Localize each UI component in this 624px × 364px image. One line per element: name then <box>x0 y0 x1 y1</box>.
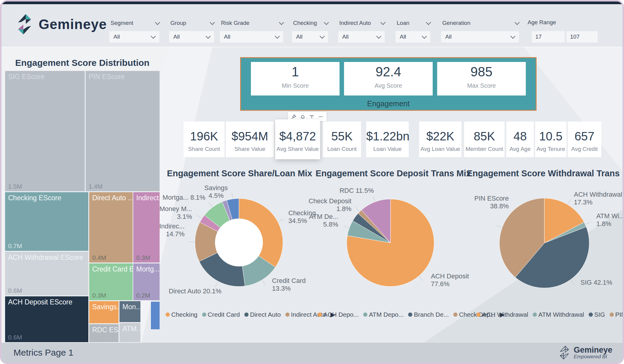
treemap-tile-atm[interactable]: ATM... <box>119 323 140 342</box>
treemap-tile-name: Savings... <box>92 303 119 311</box>
kpi-card-avg-share-value[interactable]: $4,872Avg Share Value <box>275 119 320 159</box>
kpi-label: Avg Credit <box>568 146 601 152</box>
filter-dropdown-indirect-auto[interactable]: All <box>338 31 385 43</box>
chevron-down-icon <box>155 20 160 25</box>
kpi-card-loan-value[interactable]: $1.22bnLoan Value <box>366 122 409 157</box>
label-leader-line <box>373 196 375 201</box>
treemap-tile-mortg[interactable]: Mortg...0.2M <box>133 263 160 300</box>
legend-bullet-icon <box>244 313 249 317</box>
filter-header-loan[interactable]: Loan <box>397 20 430 26</box>
legend-item-credit-card[interactable]: Credit Card <box>202 311 240 318</box>
filter-header-generation[interactable]: Generation <box>442 20 519 26</box>
legend-item-branch-de[interactable]: Branch De... <box>408 311 449 318</box>
chart-title-share-loan-mix: Engagement Score Share/Loan Mix <box>165 169 314 178</box>
kpi-card-member-count[interactable]: 85KMember Count <box>464 122 505 157</box>
legend-item-atm-depo[interactable]: ATM Depo... <box>363 311 404 318</box>
treemap-tile-indirect[interactable]: Indirect...0.3M <box>133 192 160 263</box>
filter-label: Segment <box>110 20 133 26</box>
legend-bullet-icon <box>285 313 290 317</box>
treemap-tile-sig-escore[interactable]: SIG EScore1.5M <box>5 71 85 191</box>
legend-bullet-icon <box>533 313 537 317</box>
kpi-value: 55K <box>323 130 361 143</box>
treemap-tile-value: 1.4M <box>89 183 103 190</box>
treemap-tile-mon[interactable]: Mon... <box>119 301 140 322</box>
label-leader-line <box>279 219 284 222</box>
legend-label: Checking <box>171 311 198 318</box>
filter-header-risk-grade[interactable]: Risk Grade <box>221 20 283 26</box>
kpi-card-avg-tenure[interactable]: 10.5Avg Tenure <box>535 122 567 157</box>
kpi-value: $954M <box>226 130 274 143</box>
treemap-tile-checking-escore[interactable]: Checking EScore0.7M <box>5 192 88 251</box>
score-card-avg-score[interactable]: 92.4Avg Score <box>344 62 433 95</box>
filter-dropdown-generation[interactable]: All <box>441 31 519 43</box>
legend-item-sig[interactable]: SIG <box>589 311 605 318</box>
pie-chart-deposit-trans-mix: ACH Deposit77.6%ATM De...5.8%Check Depos… <box>301 180 472 308</box>
gemineye-logo-icon <box>15 12 34 37</box>
footer-brand-name: Gemineye <box>574 346 612 354</box>
treemap-tile-value: 0.3M <box>136 254 150 261</box>
legend-item-atm-withdrawal[interactable]: ATM Withdrawal <box>533 311 584 318</box>
chevron-down-icon <box>324 20 329 25</box>
legend-item-ach-withdrawal[interactable]: ACH Withdrawal <box>476 311 528 318</box>
treemap-tile-ach-deposit-escore[interactable]: ACH Deposit EScore0.6M <box>5 296 88 342</box>
treemap-tile-credit-card-e[interactable]: Credit Card E...0.3M <box>89 263 133 300</box>
kpi-value: 48 <box>506 130 534 143</box>
filter-dropdown-risk-grade[interactable]: All <box>220 31 283 43</box>
slice-label-pin-escore: PIN EScore38.8% <box>474 195 509 210</box>
treemap-tile-name: Mon... <box>122 303 140 311</box>
filter-header-indirect-auto[interactable]: Indirect Auto <box>339 20 385 26</box>
kpi-card-avg-credit[interactable]: 657Avg Credit <box>568 122 601 157</box>
kpi-card-share-value[interactable]: $954MShare Value <box>226 122 274 157</box>
treemap-tile-rdc-es[interactable]: RDC ES... <box>89 324 119 342</box>
legend-bullet-icon <box>363 313 367 317</box>
slice-label-atm-deposit: ATM De...5.8% <box>309 213 338 228</box>
legend-label: Branch De... <box>414 311 449 318</box>
treemap-tile-direct-auto[interactable]: Direct Auto ...0.4M <box>89 192 133 263</box>
slice-label-check-deposit: Check Deposit1.8% <box>309 197 352 213</box>
treemap-tile-ach-withdrawal-escore[interactable]: ACH Withdrawal EScore0.6M <box>5 252 88 295</box>
filter-selected-value: All <box>445 34 452 40</box>
legend-bullet-icon <box>318 313 322 317</box>
legend-label: PIN EScore <box>615 311 624 318</box>
chart-title-deposit-trans-mix: Engagement Score Deposit Trans Mix <box>316 169 465 178</box>
age-min-input[interactable] <box>532 31 565 43</box>
page-title: Metrics Page 1 <box>13 348 73 358</box>
filter-dropdown-segment[interactable]: All <box>109 31 159 43</box>
filter-loan: LoanAll <box>396 4 430 47</box>
age-max-input[interactable] <box>567 31 598 43</box>
chevron-down-icon <box>515 20 520 25</box>
filter-header-segment[interactable]: Segment <box>110 20 159 26</box>
filter-dropdown-group[interactable]: All <box>169 31 214 43</box>
filter-dropdown-checking[interactable]: All <box>292 31 328 43</box>
age-range-label: Age Range <box>528 19 556 26</box>
engagement-score-cards: 1Min Score92.4Avg Score985Max Score <box>241 58 536 95</box>
label-leader-line <box>215 282 218 287</box>
legend-item-ach-depo[interactable]: ACH Depo... <box>318 311 359 318</box>
label-leader-line <box>496 225 502 227</box>
score-card-max-score[interactable]: 985Max Score <box>437 62 526 95</box>
kpi-card-avg-loan-value[interactable]: $22KAvg Loan Value <box>419 122 461 157</box>
kpi-value: 85K <box>464 130 505 143</box>
kpi-value: 196K <box>184 130 225 143</box>
treemap-tile-pin-escore[interactable]: PIN EScore1.4M <box>86 71 160 191</box>
kpi-label: Share Count <box>184 146 225 152</box>
filter-header-checking[interactable]: Checking <box>293 20 328 26</box>
legend-item-checking[interactable]: Checking <box>166 311 198 318</box>
filter-header-group[interactable]: Group <box>170 20 214 26</box>
filter-checking: CheckingAll <box>292 4 328 47</box>
legend-item-direct-auto[interactable]: Direct Auto <box>244 311 281 318</box>
filter-dropdown-loan[interactable]: All <box>396 31 430 43</box>
kpi-card-share-count[interactable]: 196KShare Count <box>184 122 225 157</box>
label-leader-line <box>568 199 571 204</box>
legend-item-pin-escore[interactable]: PIN EScore <box>610 311 624 318</box>
score-card-min-score[interactable]: 1Min Score <box>251 62 340 95</box>
filter-segment: SegmentAll <box>109 4 159 47</box>
kpi-card-avg-age[interactable]: 48Avg Age <box>506 122 534 157</box>
kpi-card-loan-count[interactable]: 55KLoan Count <box>323 122 361 157</box>
treemap-tile-savings[interactable]: Savings... <box>89 301 119 323</box>
treemap-tile-name: ACH Deposit EScore <box>8 298 72 306</box>
score-value: 92.4 <box>344 64 433 79</box>
brand-name: Gemineye <box>39 16 107 32</box>
filter-indirect-auto: Indirect AutoAll <box>338 4 385 47</box>
treemap-tile-name: PIN EScore <box>89 73 125 81</box>
